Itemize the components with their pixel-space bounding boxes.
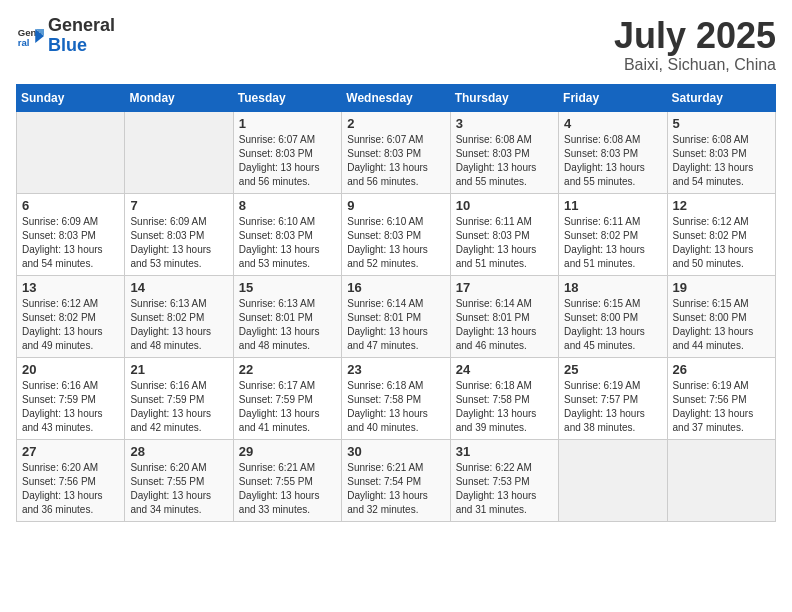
calendar-cell: 9Sunrise: 6:10 AM Sunset: 8:03 PM Daylig… (342, 193, 450, 275)
header-day-thursday: Thursday (450, 84, 558, 111)
calendar-cell (125, 111, 233, 193)
day-number: 11 (564, 198, 661, 213)
day-number: 7 (130, 198, 227, 213)
day-info: Sunrise: 6:13 AM Sunset: 8:01 PM Dayligh… (239, 297, 336, 353)
day-info: Sunrise: 6:09 AM Sunset: 8:03 PM Dayligh… (22, 215, 119, 271)
calendar-cell: 3Sunrise: 6:08 AM Sunset: 8:03 PM Daylig… (450, 111, 558, 193)
calendar-cell: 11Sunrise: 6:11 AM Sunset: 8:02 PM Dayli… (559, 193, 667, 275)
day-info: Sunrise: 6:08 AM Sunset: 8:03 PM Dayligh… (456, 133, 553, 189)
calendar-week-1: 1Sunrise: 6:07 AM Sunset: 8:03 PM Daylig… (17, 111, 776, 193)
day-number: 5 (673, 116, 770, 131)
calendar-cell: 26Sunrise: 6:19 AM Sunset: 7:56 PM Dayli… (667, 357, 775, 439)
calendar-cell: 12Sunrise: 6:12 AM Sunset: 8:02 PM Dayli… (667, 193, 775, 275)
calendar-cell: 5Sunrise: 6:08 AM Sunset: 8:03 PM Daylig… (667, 111, 775, 193)
logo-general-text: General (48, 16, 115, 36)
day-number: 31 (456, 444, 553, 459)
calendar-cell: 10Sunrise: 6:11 AM Sunset: 8:03 PM Dayli… (450, 193, 558, 275)
calendar-cell: 14Sunrise: 6:13 AM Sunset: 8:02 PM Dayli… (125, 275, 233, 357)
day-number: 27 (22, 444, 119, 459)
day-number: 18 (564, 280, 661, 295)
calendar-cell: 29Sunrise: 6:21 AM Sunset: 7:55 PM Dayli… (233, 439, 341, 521)
day-number: 8 (239, 198, 336, 213)
day-number: 19 (673, 280, 770, 295)
day-info: Sunrise: 6:16 AM Sunset: 7:59 PM Dayligh… (130, 379, 227, 435)
calendar-week-2: 6Sunrise: 6:09 AM Sunset: 8:03 PM Daylig… (17, 193, 776, 275)
svg-text:ral: ral (18, 36, 30, 47)
calendar-cell: 16Sunrise: 6:14 AM Sunset: 8:01 PM Dayli… (342, 275, 450, 357)
day-info: Sunrise: 6:11 AM Sunset: 8:03 PM Dayligh… (456, 215, 553, 271)
calendar-cell: 21Sunrise: 6:16 AM Sunset: 7:59 PM Dayli… (125, 357, 233, 439)
header-day-tuesday: Tuesday (233, 84, 341, 111)
day-number: 26 (673, 362, 770, 377)
day-number: 1 (239, 116, 336, 131)
calendar-cell: 4Sunrise: 6:08 AM Sunset: 8:03 PM Daylig… (559, 111, 667, 193)
month-title: July 2025 (614, 16, 776, 56)
day-info: Sunrise: 6:14 AM Sunset: 8:01 PM Dayligh… (347, 297, 444, 353)
calendar-cell: 31Sunrise: 6:22 AM Sunset: 7:53 PM Dayli… (450, 439, 558, 521)
header-day-saturday: Saturday (667, 84, 775, 111)
logo-icon: Gene- ral (16, 22, 44, 50)
calendar-cell: 22Sunrise: 6:17 AM Sunset: 7:59 PM Dayli… (233, 357, 341, 439)
day-number: 2 (347, 116, 444, 131)
day-number: 22 (239, 362, 336, 377)
day-number: 16 (347, 280, 444, 295)
page-header: Gene- ral General Blue July 2025 Baixi, … (16, 16, 776, 74)
day-info: Sunrise: 6:19 AM Sunset: 7:57 PM Dayligh… (564, 379, 661, 435)
day-info: Sunrise: 6:20 AM Sunset: 7:55 PM Dayligh… (130, 461, 227, 517)
day-info: Sunrise: 6:08 AM Sunset: 8:03 PM Dayligh… (673, 133, 770, 189)
calendar-cell: 7Sunrise: 6:09 AM Sunset: 8:03 PM Daylig… (125, 193, 233, 275)
header-day-wednesday: Wednesday (342, 84, 450, 111)
calendar-header-row: SundayMondayTuesdayWednesdayThursdayFrid… (17, 84, 776, 111)
calendar-cell: 18Sunrise: 6:15 AM Sunset: 8:00 PM Dayli… (559, 275, 667, 357)
day-info: Sunrise: 6:07 AM Sunset: 8:03 PM Dayligh… (347, 133, 444, 189)
day-info: Sunrise: 6:21 AM Sunset: 7:54 PM Dayligh… (347, 461, 444, 517)
day-number: 4 (564, 116, 661, 131)
calendar-cell (17, 111, 125, 193)
day-info: Sunrise: 6:12 AM Sunset: 8:02 PM Dayligh… (22, 297, 119, 353)
day-info: Sunrise: 6:14 AM Sunset: 8:01 PM Dayligh… (456, 297, 553, 353)
day-number: 25 (564, 362, 661, 377)
day-number: 28 (130, 444, 227, 459)
calendar-cell: 25Sunrise: 6:19 AM Sunset: 7:57 PM Dayli… (559, 357, 667, 439)
day-info: Sunrise: 6:22 AM Sunset: 7:53 PM Dayligh… (456, 461, 553, 517)
calendar-week-3: 13Sunrise: 6:12 AM Sunset: 8:02 PM Dayli… (17, 275, 776, 357)
day-info: Sunrise: 6:15 AM Sunset: 8:00 PM Dayligh… (673, 297, 770, 353)
calendar-cell: 8Sunrise: 6:10 AM Sunset: 8:03 PM Daylig… (233, 193, 341, 275)
day-number: 20 (22, 362, 119, 377)
calendar-cell: 20Sunrise: 6:16 AM Sunset: 7:59 PM Dayli… (17, 357, 125, 439)
calendar-cell: 13Sunrise: 6:12 AM Sunset: 8:02 PM Dayli… (17, 275, 125, 357)
calendar-cell: 27Sunrise: 6:20 AM Sunset: 7:56 PM Dayli… (17, 439, 125, 521)
calendar-cell: 15Sunrise: 6:13 AM Sunset: 8:01 PM Dayli… (233, 275, 341, 357)
day-info: Sunrise: 6:12 AM Sunset: 8:02 PM Dayligh… (673, 215, 770, 271)
calendar-cell: 2Sunrise: 6:07 AM Sunset: 8:03 PM Daylig… (342, 111, 450, 193)
day-number: 6 (22, 198, 119, 213)
day-info: Sunrise: 6:09 AM Sunset: 8:03 PM Dayligh… (130, 215, 227, 271)
calendar-cell: 1Sunrise: 6:07 AM Sunset: 8:03 PM Daylig… (233, 111, 341, 193)
calendar-cell (559, 439, 667, 521)
calendar-cell: 6Sunrise: 6:09 AM Sunset: 8:03 PM Daylig… (17, 193, 125, 275)
day-number: 3 (456, 116, 553, 131)
day-info: Sunrise: 6:10 AM Sunset: 8:03 PM Dayligh… (347, 215, 444, 271)
day-number: 24 (456, 362, 553, 377)
logo: Gene- ral General Blue (16, 16, 115, 56)
calendar-table: SundayMondayTuesdayWednesdayThursdayFrid… (16, 84, 776, 522)
calendar-cell: 28Sunrise: 6:20 AM Sunset: 7:55 PM Dayli… (125, 439, 233, 521)
day-info: Sunrise: 6:20 AM Sunset: 7:56 PM Dayligh… (22, 461, 119, 517)
calendar-cell: 23Sunrise: 6:18 AM Sunset: 7:58 PM Dayli… (342, 357, 450, 439)
day-number: 29 (239, 444, 336, 459)
day-info: Sunrise: 6:15 AM Sunset: 8:00 PM Dayligh… (564, 297, 661, 353)
day-number: 21 (130, 362, 227, 377)
day-number: 10 (456, 198, 553, 213)
header-day-sunday: Sunday (17, 84, 125, 111)
day-info: Sunrise: 6:08 AM Sunset: 8:03 PM Dayligh… (564, 133, 661, 189)
calendar-week-5: 27Sunrise: 6:20 AM Sunset: 7:56 PM Dayli… (17, 439, 776, 521)
calendar-week-4: 20Sunrise: 6:16 AM Sunset: 7:59 PM Dayli… (17, 357, 776, 439)
day-number: 23 (347, 362, 444, 377)
day-info: Sunrise: 6:07 AM Sunset: 8:03 PM Dayligh… (239, 133, 336, 189)
day-number: 30 (347, 444, 444, 459)
title-area: July 2025 Baixi, Sichuan, China (614, 16, 776, 74)
day-info: Sunrise: 6:19 AM Sunset: 7:56 PM Dayligh… (673, 379, 770, 435)
day-info: Sunrise: 6:21 AM Sunset: 7:55 PM Dayligh… (239, 461, 336, 517)
day-info: Sunrise: 6:17 AM Sunset: 7:59 PM Dayligh… (239, 379, 336, 435)
calendar-cell: 30Sunrise: 6:21 AM Sunset: 7:54 PM Dayli… (342, 439, 450, 521)
